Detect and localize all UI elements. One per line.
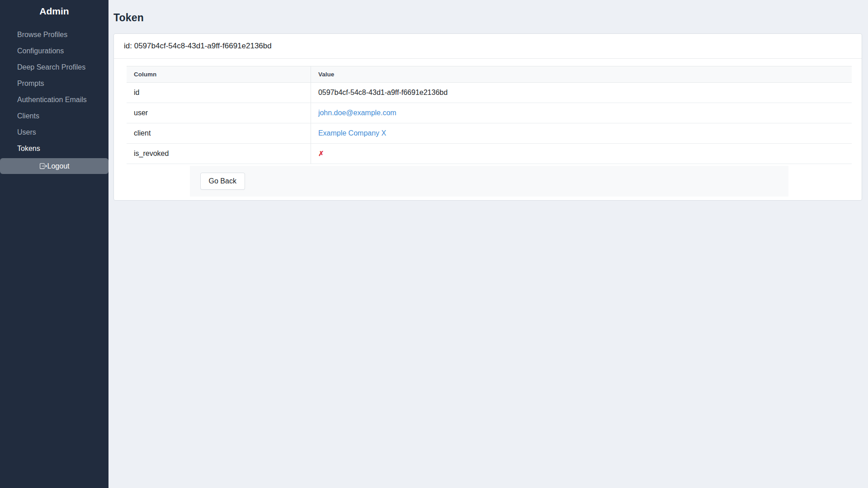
client-link[interactable]: Example Company X [318,129,386,137]
logout-label: Logout [47,162,70,170]
table-row-is-revoked: is_revoked ✗ [127,144,852,164]
main-content: Token id: 0597b4cf-54c8-43d1-a9ff-f6691e… [108,0,868,488]
sidebar-item-browse-profiles[interactable]: Browse Profiles [0,27,108,43]
sidebar-item-tokens[interactable]: Tokens [0,141,108,157]
sidebar-item-authentication-emails[interactable]: Authentication Emails [0,92,108,108]
app-layout: Admin Browse Profiles Configurations Dee… [0,0,868,488]
card-header-id: id: 0597b4cf-54c8-43d1-a9ff-f6691e2136bd [114,34,862,59]
sidebar-item-deep-search-profiles[interactable]: Deep Search Profiles [0,59,108,75]
revoked-false-icon: ✗ [318,150,324,157]
sidebar-item-users[interactable]: Users [0,124,108,141]
column-header-column: Column [127,66,311,83]
row-label-id: id [127,83,311,103]
card-body: Column Value id 0597b4cf-54c8-43d1-a9ff-… [114,59,862,200]
user-link[interactable]: john.doe@example.com [318,109,396,117]
row-label-is-revoked: is_revoked [127,144,311,164]
sidebar: Admin Browse Profiles Configurations Dee… [0,0,108,488]
page-title: Token [113,12,862,24]
token-detail-table: Column Value id 0597b4cf-54c8-43d1-a9ff-… [127,66,852,164]
sidebar-item-configurations[interactable]: Configurations [0,43,108,59]
table-row-client: client Example Company X [127,123,852,144]
sidebar-item-prompts[interactable]: Prompts [0,75,108,92]
column-header-value: Value [311,66,852,83]
table-row-id: id 0597b4cf-54c8-43d1-a9ff-f6691e2136bd [127,83,852,103]
sidebar-item-clients[interactable]: Clients [0,108,108,124]
card-footer: Go Back [190,166,789,197]
table-row-user: user john.doe@example.com [127,103,852,123]
row-label-user: user [127,103,311,123]
go-back-button[interactable]: Go Back [200,173,245,190]
sidebar-title: Admin [0,0,108,17]
sidebar-nav: Browse Profiles Configurations Deep Sear… [0,27,108,157]
token-detail-card: id: 0597b4cf-54c8-43d1-a9ff-f6691e2136bd… [113,33,862,201]
row-label-client: client [127,123,311,144]
table-header-row: Column Value [127,66,852,83]
logout-button[interactable]: Logout [0,158,108,174]
row-value-id: 0597b4cf-54c8-43d1-a9ff-f6691e2136bd [318,89,448,96]
logout-icon [39,162,47,170]
